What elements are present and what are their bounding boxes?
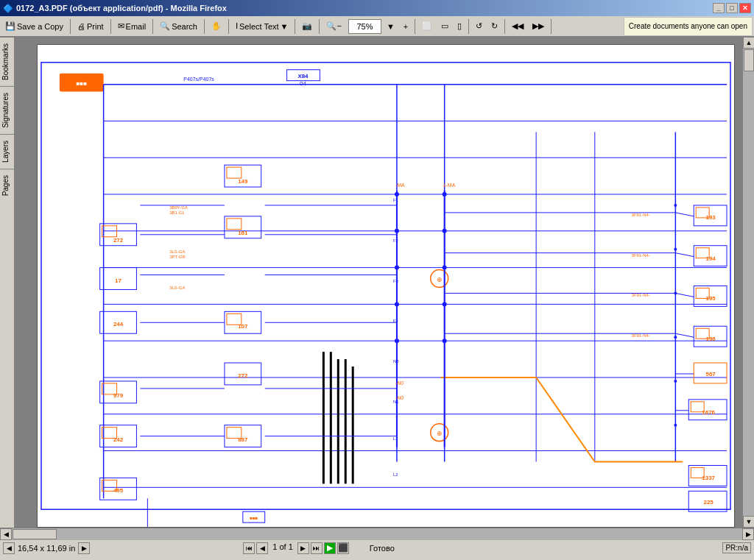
nav-buttons: ⏮ ◀ 1 of 1 ▶ ⏭ ▶ ⬛ [243, 542, 349, 554]
scroll-down-button[interactable]: ▼ [743, 516, 754, 528]
separator [504, 19, 505, 34]
svg-text:3PT-GR: 3PT-GR [169, 255, 186, 259]
svg-text:3B1-GL: 3B1-GL [169, 210, 185, 215]
maximize-button[interactable]: □ [726, 3, 738, 13]
nav-back-button[interactable]: ◀◀ [508, 18, 527, 35]
fit-page-button[interactable]: ⬜ [418, 18, 436, 35]
dimensions-text: 16,54 x 11,69 in [18, 544, 75, 553]
svg-text:L1: L1 [393, 436, 398, 441]
print-button[interactable]: 🖨 Print [74, 18, 108, 35]
svg-text:196: 196 [705, 336, 716, 342]
scroll-right-status-button[interactable]: ▶ [78, 542, 90, 554]
svg-text:N1: N1 [393, 400, 399, 404]
scroll-up-button[interactable]: ▲ [743, 37, 754, 49]
svg-point-113 [674, 424, 677, 427]
close-button[interactable]: ✕ [739, 3, 751, 13]
next-page-button[interactable]: ▶ [297, 542, 309, 554]
svg-text:3F91-N4-: 3F91-N4- [632, 253, 650, 258]
svg-text:-MA: -MA [395, 182, 405, 188]
svg-text:567: 567 [705, 371, 716, 378]
scroll-thumb[interactable] [744, 49, 754, 71]
svg-point-109 [674, 248, 677, 251]
scroll-left-status-button[interactable]: ◀ [3, 542, 15, 554]
play-button[interactable]: ▶ [324, 542, 336, 554]
create-docs-panel: Create documents anyone can open [624, 17, 753, 36]
pages-tab[interactable]: Pages [0, 169, 14, 202]
svg-text:F3: F3 [393, 279, 399, 283]
hscroll-track[interactable] [12, 528, 742, 540]
email-button[interactable]: ✉ Email [114, 18, 150, 35]
separator [468, 19, 469, 34]
hand-tool-button[interactable]: ✋ [208, 18, 225, 35]
svg-text:195: 195 [705, 295, 716, 302]
scroll-track[interactable] [743, 49, 754, 516]
toolbar: 💾 Save a Copy 🖨 Print ✉ Email 🔍 Search ✋… [0, 16, 754, 37]
svg-text:3B9Y-GA: 3B9Y-GA [169, 205, 188, 210]
cursor-icon: Ⅰ [236, 21, 238, 31]
svg-text:X84: X84 [297, 73, 309, 79]
first-page-button[interactable]: ⏮ [243, 542, 255, 554]
svg-text:225: 225 [704, 499, 714, 506]
svg-text:979: 979 [113, 392, 124, 399]
bookmarks-tab[interactable]: Bookmarks [0, 37, 14, 86]
svg-text:244: 244 [113, 321, 124, 327]
svg-text:F2: F2 [393, 238, 399, 243]
scroll-left-button[interactable]: ◀ [0, 528, 12, 540]
last-page-button[interactable]: ⏭ [311, 542, 323, 554]
titlebar-controls[interactable]: _ □ ✕ [713, 3, 751, 13]
svg-text:L2: L2 [393, 472, 398, 477]
scroll-right-button[interactable]: ▶ [742, 528, 754, 540]
zoom-input[interactable] [348, 19, 381, 34]
svg-text:887: 887 [238, 436, 248, 443]
signatures-tab[interactable]: Signatures [0, 86, 14, 134]
svg-text:N0: N0 [393, 359, 399, 364]
svg-text:107: 107 [238, 323, 248, 330]
zoom-dropdown-button[interactable]: ▼ [383, 18, 398, 35]
prev-page-button[interactable]: ◀ [256, 542, 268, 554]
email-icon: ✉ [118, 21, 124, 31]
svg-text:■■■: ■■■ [250, 516, 258, 520]
save-icon: 💾 [5, 21, 15, 31]
titlebar: 🔷 0172_A3.PDF (объект application/pdf) -… [0, 0, 754, 16]
svg-text:242: 242 [113, 436, 124, 443]
select-text-button[interactable]: Ⅰ Select Text ▼ [232, 18, 292, 35]
svg-text:17: 17 [115, 277, 121, 284]
camera-icon: 📷 [302, 21, 312, 31]
svg-point-112 [674, 380, 677, 383]
svg-text:1-MA: 1-MA [443, 182, 456, 188]
fit-width-button[interactable]: ▭ [437, 18, 452, 35]
svg-text:272: 272 [238, 372, 248, 379]
zoom-out-button[interactable]: 🔍− [323, 18, 345, 35]
horizontal-scrollbar[interactable]: ◀ ▶ [0, 528, 754, 539]
svg-text:3LS-GA: 3LS-GA [169, 249, 185, 254]
nav-forward-button[interactable]: ▶▶ [529, 18, 548, 35]
vertical-scrollbar[interactable]: ▲ ▼ [742, 37, 754, 528]
pdf-page: ■■■ X84 04 P407s/P407s [37, 44, 735, 528]
snapshot-button[interactable]: 📷 [298, 18, 316, 35]
layers-tab[interactable]: Layers [0, 134, 14, 169]
print-icon: 🖨 [77, 22, 85, 31]
stop-button[interactable]: ⬛ [337, 542, 349, 554]
zoom-out-icon: 🔍− [326, 21, 341, 31]
fit-height-button[interactable]: ▯ [454, 18, 465, 35]
rotate-right-button[interactable]: ↻ [487, 18, 501, 35]
svg-text:161: 161 [238, 230, 248, 236]
search-button[interactable]: 🔍 Search [156, 18, 201, 35]
side-panel-left: Bookmarks Signatures Layers Pages [0, 37, 15, 528]
prnb-badge: PR:n/a [722, 542, 751, 553]
svg-text:F1: F1 [393, 198, 399, 202]
rotate-left-button[interactable]: ↺ [472, 18, 486, 35]
svg-text:-N0: -N0 [395, 380, 404, 386]
svg-text:495: 495 [113, 487, 124, 494]
pdf-viewer[interactable]: ■■■ X84 04 P407s/P407s [15, 37, 742, 528]
hscroll-thumb[interactable] [13, 529, 57, 539]
svg-text:3F91-N4-: 3F91-N4- [632, 333, 650, 338]
hand-icon: ✋ [211, 21, 222, 31]
zoom-in-button[interactable]: + [400, 18, 412, 35]
save-copy-button[interactable]: 💾 Save a Copy [1, 18, 67, 35]
svg-text:04: 04 [300, 80, 306, 87]
svg-text:1337: 1337 [702, 475, 715, 481]
separator [70, 19, 71, 34]
minimize-button[interactable]: _ [713, 3, 725, 13]
main-area: Bookmarks Signatures Layers Pages ■■■ X8… [0, 37, 754, 528]
